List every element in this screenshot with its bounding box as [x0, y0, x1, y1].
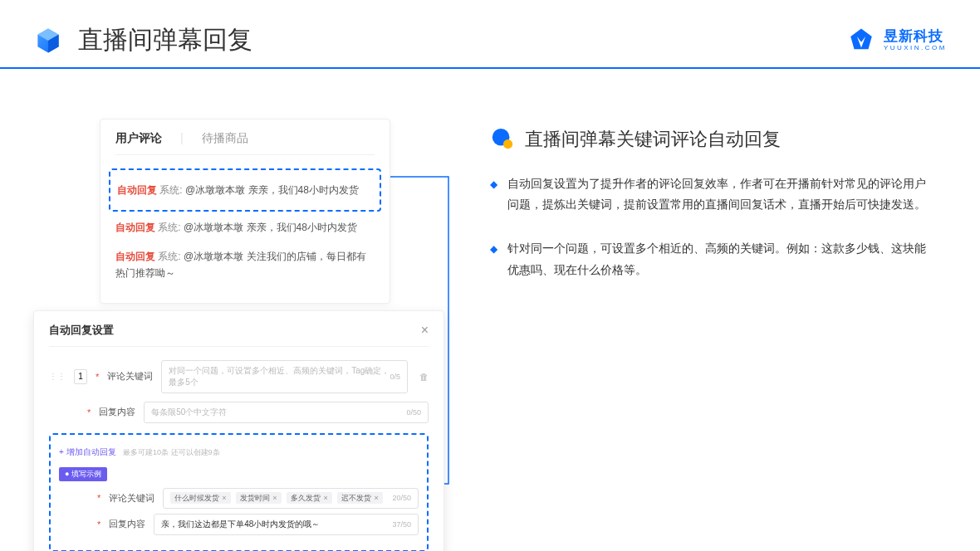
page-title: 直播间弹幕回复 [78, 23, 252, 57]
reply-tag: 自动回复 [115, 251, 155, 262]
sys-label: 系统: [159, 184, 182, 196]
main: 用户评论 | 待播商品 自动回复 系统: @冰墩墩本墩 亲亲，我们48小时内发货… [0, 69, 980, 551]
tabs: 用户评论 | 待播商品 [115, 131, 375, 155]
bullet: 自动回复设置为了提升作者的评论回复效率，作者可在开播前针对常见的评论用户问题，提… [490, 173, 947, 215]
brand-en: YUUXIN.COM [884, 45, 947, 51]
example-keyword-row: * 评论关键词 什么时候发货 发货时间 多久发货 迟不发货 20/50 [97, 488, 419, 509]
add-hint: 最多可建10条 还可以创建9条 [123, 448, 220, 456]
content-input[interactable]: 每条限50个中文字符 0/50 [144, 402, 429, 423]
brand-cn: 昱新科技 [884, 29, 947, 43]
comment-row: 自动回复 系统: @冰墩墩本墩 亲亲，我们48小时内发货 [115, 213, 375, 241]
settings-card: 自动回复设置 × ⋮⋮ 1 * 评论关键词 对同一个问题，可设置多个相近、高频的… [33, 310, 444, 551]
required: * [96, 372, 99, 382]
sys-label: 系统: [158, 222, 180, 233]
tab-pending[interactable]: 待播商品 [202, 131, 248, 146]
comment-body: @冰墩墩本墩 亲亲，我们48小时内发货 [184, 222, 357, 233]
left-column: 用户评论 | 待播商品 自动回复 系统: @冰墩墩本墩 亲亲，我们48小时内发货… [33, 119, 448, 551]
brand: 昱新科技 YUUXIN.COM [847, 27, 947, 55]
required: * [97, 493, 100, 503]
drag-icon[interactable]: ⋮⋮ [49, 372, 66, 381]
seq: 1 [74, 369, 87, 384]
content-row: * 回复内容 每条限50个中文字符 0/50 [87, 402, 429, 423]
tab-comments[interactable]: 用户评论 [115, 131, 162, 146]
comment-row: 自动回复 系统: @冰墩墩本墩 亲亲，我们48小时内发货 [117, 176, 373, 204]
field-label: 回复内容 [99, 406, 135, 418]
tag-chip[interactable]: 什么时候发货 [170, 492, 230, 504]
tag-chip[interactable]: 迟不发货 [337, 492, 382, 504]
highlighted-comment: 自动回复 系统: @冰墩墩本墩 亲亲，我们48小时内发货 [109, 168, 381, 212]
tag-chip[interactable]: 发货时间 [236, 492, 281, 504]
comments-card: 用户评论 | 待播商品 自动回复 系统: @冰墩墩本墩 亲亲，我们48小时内发货… [100, 119, 390, 304]
example-content-row: * 回复内容 亲，我们这边都是下单48小时内发货的哦～ 37/50 [97, 514, 419, 535]
right-column: 直播间弹幕关键词评论自动回复 自动回复设置为了提升作者的评论回复效率，作者可在开… [490, 119, 947, 551]
sys-label: 系统: [158, 251, 180, 262]
field-label: 评论关键词 [107, 370, 153, 383]
bubble-icon [490, 127, 515, 152]
svg-point-1 [503, 139, 512, 149]
reply-tag: 自动回复 [115, 222, 155, 233]
bullet: 针对同一个问题，可设置多个相近的、高频的关键词。例如：这款多少钱、这块能优惠吗、… [490, 238, 947, 280]
field-label: 回复内容 [109, 518, 145, 530]
section-head: 直播间弹幕关键词评论自动回复 [490, 127, 947, 152]
add-reply-link[interactable]: + 增加自动回复 [59, 446, 116, 458]
cube-icon [33, 26, 63, 56]
divider: | [180, 131, 184, 146]
comment-row: 自动回复 系统: @冰墩墩本墩 关注我们的店铺，每日都有热门推荐呦～ [115, 242, 375, 288]
settings-title: 自动回复设置 [49, 323, 114, 338]
trash-icon[interactable]: 🗑 [419, 372, 429, 382]
example-box: + 增加自动回复 最多可建10条 还可以创建9条 ● 填写示例 * 评论关键词 … [49, 433, 429, 551]
example-badge: ● 填写示例 [59, 467, 107, 481]
example-keyword-input[interactable]: 什么时候发货 发货时间 多久发货 迟不发货 20/50 [163, 488, 419, 509]
tag-chip[interactable]: 多久发货 [287, 492, 331, 504]
required: * [97, 519, 100, 529]
field-label: 评论关键词 [109, 492, 154, 505]
header: 直播间弹幕回复 昱新科技 YUUXIN.COM [0, 0, 980, 69]
example-content-input[interactable]: 亲，我们这边都是下单48小时内发货的哦～ 37/50 [154, 514, 419, 535]
keyword-row: ⋮⋮ 1 * 评论关键词 对同一个问题，可设置多个相近、高频的关键词，Tag确定… [49, 360, 429, 393]
reply-tag: 自动回复 [117, 184, 157, 196]
brand-logo [847, 27, 875, 55]
required: * [87, 407, 91, 417]
comment-body: @冰墩墩本墩 亲亲，我们48小时内发货 [185, 184, 359, 196]
keyword-input[interactable]: 对同一个问题，可设置多个相近、高频的关键词，Tag确定，最多5个 0/5 [161, 360, 408, 393]
section-title: 直播间弹幕关键词评论自动回复 [525, 127, 781, 152]
close-icon[interactable]: × [421, 323, 429, 338]
